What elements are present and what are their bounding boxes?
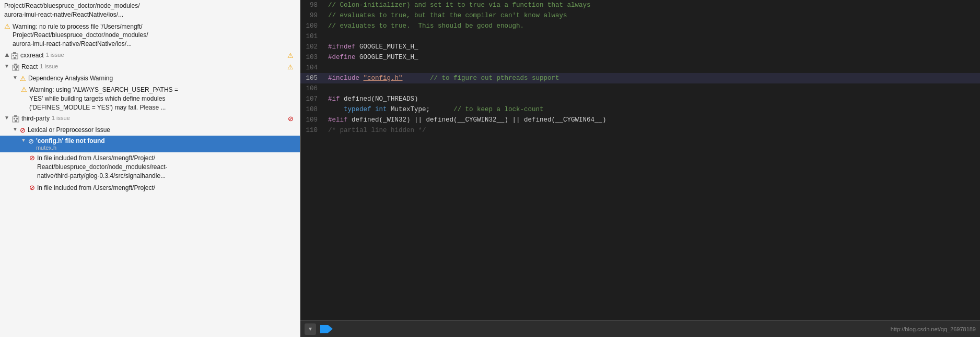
line-number: 110 (300, 125, 324, 136)
warn-icon: ⚠ (4, 22, 10, 30)
line-number: 103 (300, 52, 324, 63)
info-icon-2: ⊘ (29, 184, 35, 191)
line-content: #define GOOGLE_MUTEX_H_ (324, 52, 980, 63)
line-number: 108 (300, 104, 324, 115)
included-from-2-row: ⊘ In file included from /Users/mengft/Pr… (0, 182, 300, 194)
info-icon-1: ⊘ (29, 154, 35, 162)
third-party-label: third-party (21, 115, 50, 122)
code-line-110: 110 /* partial line hidden */ (300, 125, 980, 136)
svg-rect-4 (13, 52, 16, 54)
warning-no-rule-row: ⚠ Warning: no rule to process file '/Use… (0, 21, 300, 50)
line-content: // Colon-initializer) and set it to true… (324, 0, 980, 10)
dep-warning-text: Warning: using 'ALWAYS_SEARCH_USER_PATHS… (29, 86, 296, 112)
line-number: 98 (300, 0, 324, 10)
code-panel: 98 // Colon-initializer) and set it to t… (300, 0, 980, 337)
config-not-found-item[interactable]: ▼ ⊘ 'config.h' file not found mutex.h (0, 136, 300, 152)
code-line-99: 99 // evaluates to true, but that the co… (300, 10, 980, 21)
code-table: 98 // Colon-initializer) and set it to t… (300, 0, 980, 136)
svg-rect-12 (16, 118, 18, 119)
code-line-104: 104 (300, 63, 980, 73)
line-content: // evaluates to true. This should be goo… (324, 21, 980, 31)
cxxreact-warn-badge: ⚠ (287, 52, 294, 59)
svg-rect-13 (15, 120, 17, 122)
config-collapse-icon: ▼ (21, 137, 26, 143)
lexical-error-icon: ⊘ (20, 126, 26, 134)
code-editor[interactable]: 98 // Colon-initializer) and set it to t… (300, 0, 980, 320)
svg-rect-1 (13, 55, 14, 56)
svg-rect-7 (16, 66, 18, 68)
line-number: 99 (300, 10, 324, 21)
react-group[interactable]: ▼ React 1 issue ⚠ (0, 62, 300, 73)
collapse-icon: ▶ (4, 52, 9, 56)
svg-rect-11 (14, 118, 15, 119)
line-content: #if defined(NO_THREADS) (324, 94, 980, 104)
warning-no-rule-text: Warning: no rule to process file '/Users… (13, 22, 296, 49)
code-line-105: 105 #include "config.h" // to figure out… (300, 73, 980, 83)
config-not-found-sublabel: mutex.h (36, 145, 105, 151)
line-number: 109 (300, 115, 324, 125)
third-party-building-icon (11, 115, 20, 123)
line-content (324, 83, 980, 94)
lexical-collapse-icon: ▼ (13, 126, 18, 132)
dep-warn-icon: ⚠ (20, 75, 26, 82)
down-arrow-icon: ▼ (308, 326, 313, 332)
config-not-found-label: 'config.h' file not found (36, 137, 105, 145)
svg-rect-3 (14, 57, 16, 59)
third-party-group[interactable]: ▼ third-party 1 issue ⊘ (0, 113, 300, 125)
line-number: 102 (300, 42, 324, 52)
line-content (324, 31, 980, 42)
building-icon (10, 52, 19, 60)
svg-rect-2 (15, 55, 17, 56)
svg-rect-9 (14, 64, 17, 65)
cxxreact-label: cxxreact (20, 52, 44, 59)
warning-path-row: Project/React/bluespruce_doctor/node_mod… (0, 0, 300, 21)
included-from-2-text: In file included from /Users/mengft/Proj… (37, 184, 296, 192)
code-line-100: 100 // evaluates to true. This should be… (300, 21, 980, 31)
dep-analysis-label: Dependency Analysis Warning (28, 75, 113, 82)
line-number: 104 (300, 63, 324, 73)
down-button[interactable]: ▼ (305, 323, 316, 335)
react-warn-badge: ⚠ (287, 63, 294, 71)
line-content: /* partial line hidden */ (324, 125, 980, 136)
config-error-icon: ⊘ (28, 137, 34, 145)
third-party-collapse-icon: ▼ (4, 115, 9, 121)
react-label: React (21, 63, 38, 70)
code-line-101: 101 (300, 31, 980, 42)
code-line-102: 102 #ifndef GOOGLE_MUTEX_H_ (300, 42, 980, 52)
dep-warn-icon-2: ⚠ (21, 86, 27, 93)
issues-panel[interactable]: Project/React/bluespruce_doctor/node_mod… (0, 0, 300, 337)
line-number: 100 (300, 21, 324, 31)
react-building-icon (11, 63, 20, 71)
code-line-109: 109 #elif defined(_WIN32) || defined(__C… (300, 115, 980, 125)
dep-warning-text-row: ⚠ Warning: using 'ALWAYS_SEARCH_USER_PAT… (0, 84, 300, 113)
navigate-arrow[interactable] (320, 325, 333, 333)
status-url: http://blog.csdn.net/qq_26978189 (891, 326, 976, 332)
third-party-badge: 1 issue (52, 115, 70, 121)
warning-path-text: Project/React/bluespruce_doctor/node_mod… (4, 2, 296, 19)
bottom-toolbar: ▼ http://blog.csdn.net/qq_26978189 (300, 320, 980, 337)
line-number: 101 (300, 31, 324, 42)
line-number: 107 (300, 94, 324, 104)
cxxreact-group[interactable]: ▶ cxxreact 1 issue ⚠ (0, 50, 300, 62)
code-line-107: 107 #if defined(NO_THREADS) (300, 94, 980, 104)
line-content: typedef int MutexType; // to keep a lock… (324, 104, 980, 115)
included-from-1-row: ⊘ In file included from /Users/mengft/Pr… (0, 152, 300, 182)
code-line-106: 106 (300, 83, 980, 94)
line-content: #elif defined(_WIN32) || defined(__CYGWI… (324, 115, 980, 125)
line-number: 106 (300, 83, 324, 94)
svg-rect-8 (15, 68, 17, 70)
line-number: 105 (300, 73, 324, 83)
line-content: #include "config.h" // to figure out pth… (324, 73, 980, 83)
react-collapse-icon: ▼ (4, 63, 9, 69)
lexical-group[interactable]: ▼ ⊘ Lexical or Preprocessor Issue (0, 125, 300, 136)
dep-collapse-icon: ▼ (13, 75, 18, 80)
code-line-103: 103 #define GOOGLE_MUTEX_H_ (300, 52, 980, 63)
react-badge: 1 issue (40, 63, 58, 69)
third-party-error-badge: ⊘ (288, 115, 294, 123)
cxxreact-badge: 1 issue (46, 52, 64, 58)
line-content: #ifndef GOOGLE_MUTEX_H_ (324, 42, 980, 52)
svg-rect-6 (14, 66, 15, 68)
line-content (324, 63, 980, 73)
dep-analysis-group[interactable]: ▼ ⚠ Dependency Analysis Warning (0, 73, 300, 84)
included-from-1-text: In file included from /Users/mengft/Proj… (37, 154, 296, 180)
